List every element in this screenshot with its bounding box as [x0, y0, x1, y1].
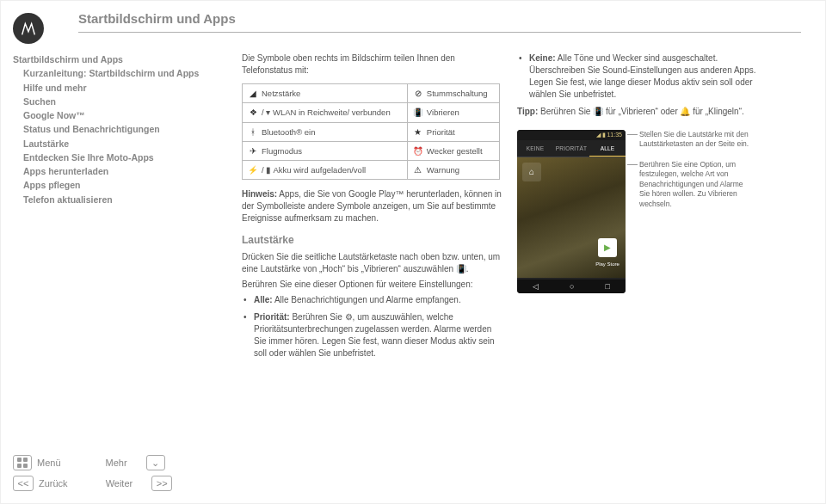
- table-row: ❖/ ▾ WLAN in Reichweite/ verbunden 📳Vibr…: [243, 103, 500, 122]
- cell-label: / ▾ WLAN in Reichweite/ verbunden: [262, 108, 391, 117]
- star-icon: ★: [413, 126, 423, 138]
- title-rule: [78, 32, 801, 33]
- nav-heading: Startbildschirm und Apps: [13, 52, 219, 66]
- bullet-label: Priorität:: [254, 312, 290, 322]
- cell-label: Vibrieren: [427, 108, 459, 117]
- status-icon-table: ◢Netzstärke ⊘Stummschaltung ❖/ ▾ WLAN in…: [242, 83, 500, 180]
- back-button[interactable]: <<: [13, 476, 34, 491]
- phone-volume-tabs: KEINE PRIORITÄT ALLE: [517, 140, 626, 157]
- cell-label: Stummschaltung: [427, 89, 488, 98]
- table-row: ✈Flugmodus ⏰Wecker gestellt: [243, 141, 500, 160]
- nav-item[interactable]: Status und Benachrichtigungen: [13, 122, 219, 136]
- hinweis-text: Apps, die Sie von Google Play™ herunterl…: [242, 189, 502, 223]
- cell-label: Warnung: [427, 165, 459, 175]
- table-row: ◢Netzstärke ⊘Stummschaltung: [243, 84, 500, 103]
- softkey-home-icon[interactable]: ○: [570, 281, 574, 292]
- softkey-back-icon[interactable]: ◁: [533, 281, 539, 292]
- cell-label: Wecker gestellt: [427, 146, 483, 156]
- bullet-text: Berühren Sie ⚙, um auszuwählen, welche P…: [254, 312, 495, 358]
- bottom-row-1: Menü Mehr ⌄: [13, 455, 219, 470]
- page-title: Startbildschirm und Apps: [78, 11, 236, 26]
- main-content: Die Symbole oben rechts im Bildschirm te…: [242, 52, 792, 365]
- softkey-recent-icon[interactable]: □: [606, 281, 610, 292]
- keine-bullet-list: Keine: Alle Töne und Wecker sind ausgesc…: [517, 52, 775, 101]
- menu-grid-icon: [17, 458, 28, 468]
- phone-mock: ◢ ▮ 11:35 KEINE PRIORITÄT ALLE ⌂ ▶ Play …: [517, 130, 626, 293]
- back-label: Zurück: [39, 478, 68, 489]
- bluetooth-icon: ᚼ: [248, 126, 258, 138]
- warning-icon: ⚠: [413, 164, 423, 175]
- nav-item[interactable]: Kurzanleitung: Startbildschirm und Apps: [13, 66, 219, 80]
- phone-wallpaper: ⌂ ▶ Play Store: [517, 157, 626, 278]
- nav-item[interactable]: Entdecken Sie Ihre Moto-Apps: [13, 151, 219, 164]
- tab-alle[interactable]: ALLE: [589, 140, 626, 157]
- callout-options: Berühren Sie eine Option, um festzulegen…: [639, 160, 755, 209]
- vibrate-icon: 📳: [413, 107, 423, 118]
- phone-row: ◢ ▮ 11:35 KEINE PRIORITÄT ALLE ⌂ ▶ Play …: [517, 130, 775, 293]
- table-row: ⚡/ ▮ Akku wird aufgeladen/voll ⚠Warnung: [243, 161, 500, 180]
- play-store-label: Play Store: [591, 261, 624, 267]
- nav-item[interactable]: Lautstärke: [13, 137, 219, 151]
- tab-keine[interactable]: KEINE: [517, 140, 553, 157]
- cell-label: Netzstärke: [262, 89, 300, 98]
- bullet-label: Alle:: [254, 295, 273, 304]
- bullet-text: Alle Benachrichtigungen und Alarme empfa…: [273, 295, 461, 304]
- table-row: ᚼBluetooth® ein ★Priorität: [243, 122, 500, 141]
- tab-prioritaet[interactable]: PRIORITÄT: [553, 140, 589, 157]
- cell-label: / ▮ Akku wird aufgeladen/voll: [262, 165, 366, 175]
- double-chevron-left-icon: <<: [18, 478, 29, 489]
- nav-item[interactable]: Apps herunterladen: [13, 164, 219, 178]
- column-middle: Die Symbole oben rechts im Bildschirm te…: [242, 52, 517, 365]
- column-right: Keine: Alle Töne und Wecker sind ausgesc…: [517, 52, 775, 293]
- hinweis-paragraph: Hinweis: Apps, die Sie von Google Play™ …: [242, 188, 502, 224]
- section-lautstaerke-heading: Lautstärke: [242, 233, 502, 248]
- bullet-text: Alle Töne und Wecker sind ausgeschaltet.…: [529, 53, 756, 99]
- tipp-text: Berühren Sie 📳 für „Vibrieren“ oder 🔔 fü…: [538, 107, 743, 116]
- cell-label: Bluetooth® ein: [262, 127, 315, 137]
- play-store-icon[interactable]: ▶: [598, 238, 617, 257]
- tipp-label: Tipp:: [517, 107, 538, 116]
- menu-button[interactable]: [13, 455, 32, 470]
- phone-softkeys: ◁ ○ □: [517, 280, 626, 293]
- nav-item[interactable]: Apps pflegen: [13, 178, 219, 192]
- cell-label: Flugmodus: [262, 146, 302, 156]
- list-item: Keine: Alle Töne und Wecker sind ausgesc…: [529, 52, 775, 101]
- next-button[interactable]: >>: [151, 476, 172, 491]
- double-chevron-right-icon: >>: [157, 478, 168, 489]
- menu-label: Menü: [37, 458, 61, 468]
- tipp-paragraph: Tipp: Berühren Sie 📳 für „Vibrieren“ ode…: [517, 106, 775, 118]
- phone-callouts: Stellen Sie die Lautstärke mit den Lauts…: [626, 130, 755, 219]
- nav-item[interactable]: Hilfe und mehr: [13, 81, 219, 95]
- lautstaerke-p1: Drücken Sie die seitliche Lautstärketast…: [242, 251, 502, 275]
- chevron-down-icon: ⌄: [151, 458, 159, 469]
- bullet-label: Keine:: [529, 53, 556, 63]
- more-button[interactable]: ⌄: [146, 455, 165, 470]
- bottom-row-2: << Zurück Weiter >>: [13, 476, 219, 491]
- nav-list: Startbildschirm und Apps Kurzanleitung: …: [13, 52, 219, 206]
- callout-volume-keys: Stellen Sie die Lautstärke mit den Lauts…: [639, 130, 755, 150]
- volume-options-list: Alle: Alle Benachrichtigungen und Alarme…: [242, 294, 502, 360]
- airplane-icon: ✈: [248, 145, 258, 157]
- signal-icon: ◢: [248, 88, 258, 99]
- alarm-icon: ⏰: [413, 145, 423, 157]
- motorola-logo: [13, 13, 44, 44]
- nav-item[interactable]: Suchen: [13, 95, 219, 108]
- home-tile-icon[interactable]: ⌂: [522, 163, 541, 181]
- list-item: Alle: Alle Benachrichtigungen und Alarme…: [254, 294, 502, 306]
- status-lead: Die Symbole oben rechts im Bildschirm te…: [242, 52, 502, 77]
- more-label: Mehr: [106, 458, 127, 468]
- phone-statusbar: ◢ ▮ 11:35: [517, 130, 626, 140]
- motorola-logo-icon: [19, 19, 38, 38]
- hinweis-label: Hinweis:: [242, 189, 277, 199]
- list-item: Priorität: Berühren Sie ⚙, um auszuwähle…: [254, 311, 502, 360]
- lautstaerke-p2: Berühren Sie eine dieser Optionen für we…: [242, 279, 502, 291]
- nav-item[interactable]: Telefon aktualisieren: [13, 193, 219, 206]
- bottom-nav: Menü Mehr ⌄ << Zurück Weiter >>: [13, 450, 219, 491]
- next-label: Weiter: [106, 478, 133, 489]
- wifi-icon: ❖: [248, 107, 258, 118]
- mute-icon: ⊘: [413, 88, 423, 99]
- nav-item[interactable]: Google Now™: [13, 108, 219, 122]
- cell-label: Priorität: [427, 127, 455, 137]
- battery-icon: ⚡: [248, 164, 258, 175]
